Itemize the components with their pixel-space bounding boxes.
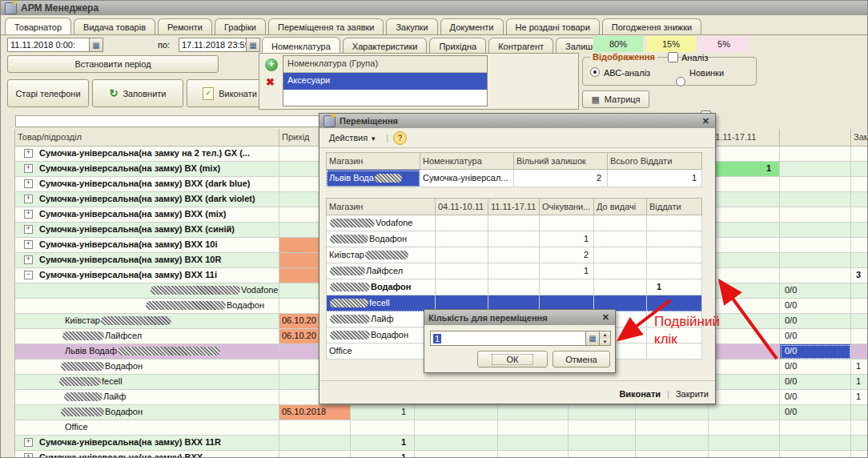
shops-header[interactable]: 11.11-17.11: [488, 198, 540, 215]
grid-cell-name[interactable]: fecell: [15, 375, 279, 390]
grid-cell-zam[interactable]: [851, 436, 868, 451]
shops-cell-dov[interactable]: [594, 263, 647, 279]
grid-cell-vid[interactable]: [780, 238, 851, 253]
grid-cell-zam[interactable]: [851, 253, 868, 268]
grid-cell-vid[interactable]: [780, 207, 851, 223]
grid-cell-week[interactable]: [709, 436, 780, 451]
actions-menu[interactable]: Действия ▼: [324, 131, 381, 144]
shops-cell-vid[interactable]: [647, 247, 702, 263]
grid-cell-zam[interactable]: [851, 405, 868, 420]
grid-cell-prihid[interactable]: [279, 436, 351, 451]
movement-execute-button[interactable]: Виконати: [619, 389, 661, 399]
shops-cell-vid[interactable]: [647, 263, 702, 279]
shops-cell-shop[interactable]: Office: [326, 344, 436, 360]
shops-cell-ochik[interactable]: 2: [540, 247, 594, 263]
column-header-name[interactable]: Товар/підрозділ: [15, 129, 279, 147]
grid-cell-vid[interactable]: [780, 253, 851, 268]
summary-header[interactable]: Всього Віддати: [608, 152, 702, 170]
grid-cell-c4[interactable]: [498, 405, 569, 420]
grid-cell-vid[interactable]: 0/0: [780, 344, 851, 360]
grid-cell-zam[interactable]: [851, 344, 868, 360]
grid-cell-week[interactable]: [709, 451, 780, 458]
grid-cell-c2[interactable]: 1: [351, 451, 415, 458]
column-header-zam[interactable]: Зам: [851, 129, 868, 147]
grid-cell-zam[interactable]: [851, 283, 868, 299]
grid-cell-week[interactable]: [709, 375, 780, 390]
grid-cell-name[interactable]: Водафон: [15, 360, 279, 375]
grid-cell-name[interactable]: Vodafone: [15, 283, 279, 299]
shops-cell-dov[interactable]: [594, 231, 647, 247]
shops-cell-ochik[interactable]: 1: [540, 263, 594, 279]
shops-cell-shop[interactable]: Vodafone: [326, 215, 436, 231]
grid-cell-week[interactable]: [709, 360, 780, 375]
grid-cell-name[interactable]: Київстар: [15, 314, 279, 329]
grid-cell-name[interactable]: +Сумочка-універсальна(на замку на 2 тел.…: [15, 147, 279, 162]
grid-cell-week[interactable]: 1: [709, 162, 780, 177]
grid-cell-c2[interactable]: 1: [351, 405, 415, 420]
collapse-icon[interactable]: −: [24, 271, 33, 279]
grid-cell-c3[interactable]: [415, 405, 498, 420]
shops-cell-p1[interactable]: [436, 279, 488, 295]
expand-icon[interactable]: +: [24, 179, 33, 188]
grid-cell-prihid[interactable]: [279, 451, 351, 458]
grid-cell-vid[interactable]: 0/0: [780, 390, 851, 405]
grid-cell-vid[interactable]: 0/0: [780, 405, 851, 420]
expand-icon[interactable]: +: [24, 225, 33, 234]
grid-cell-c3[interactable]: [415, 436, 498, 451]
grid-cell-name[interactable]: Водафон: [15, 405, 279, 420]
grid-cell-name[interactable]: Office: [15, 420, 279, 436]
grid-cell-c6[interactable]: [636, 451, 709, 458]
grid-cell-vid[interactable]: [780, 223, 851, 238]
grid-cell-zam[interactable]: [851, 238, 868, 253]
cancel-button[interactable]: Отмена: [553, 351, 610, 368]
grid-cell-c2[interactable]: 1: [351, 436, 415, 451]
grid-cell-name[interactable]: Лайфсел: [15, 329, 279, 344]
grid-cell-zam[interactable]: [851, 451, 868, 458]
expand-icon[interactable]: +: [24, 195, 33, 203]
grid-cell-vid[interactable]: [780, 420, 851, 436]
shops-cell-shop[interactable]: Водафон: [326, 279, 436, 295]
grid-cell-name[interactable]: Львів Водаф: [15, 344, 279, 360]
shops-cell-p1[interactable]: [436, 231, 488, 247]
grid-cell-name[interactable]: +Сумочка-універсальна(на замку) BX (mix): [15, 162, 279, 177]
grid-cell-vid[interactable]: [780, 177, 851, 192]
grid-cell-week[interactable]: [709, 177, 780, 192]
shops-cell-p1[interactable]: [436, 263, 488, 279]
grid-cell-c5[interactable]: [569, 436, 636, 451]
grid-cell-week[interactable]: [709, 268, 780, 283]
grid-cell-c5[interactable]: [569, 451, 636, 458]
grid-cell-c6[interactable]: [636, 436, 709, 451]
grid-cell-c6[interactable]: [636, 405, 709, 420]
grid-cell-zam[interactable]: [851, 299, 868, 314]
grid-cell-name[interactable]: +Сумочка-універсальна(на замку) BXX ...: [15, 451, 279, 458]
expand-icon[interactable]: +: [24, 164, 33, 173]
shops-cell-vid[interactable]: [647, 215, 702, 231]
movement-dialog-titlebar[interactable]: Переміщення ✕: [319, 114, 715, 128]
shops-cell-ochik[interactable]: [540, 279, 594, 295]
movement-close-button[interactable]: Закрити: [676, 389, 709, 399]
quantity-stepper[interactable]: ▲▼: [599, 331, 610, 345]
column-header-vid[interactable]: [780, 129, 851, 147]
grid-cell-vid[interactable]: 0/0: [780, 283, 851, 299]
grid-cell-zam[interactable]: [851, 162, 868, 177]
expand-icon[interactable]: +: [24, 453, 33, 458]
grid-cell-prihid[interactable]: 05.10.2018: [279, 405, 351, 420]
shops-header[interactable]: Віддати: [647, 198, 702, 215]
summary-cell-shop[interactable]: Львів Вода: [326, 170, 420, 187]
grid-cell-vid[interactable]: 0/0: [780, 299, 851, 314]
shops-cell-shop[interactable]: Лайфсел: [326, 263, 436, 279]
grid-cell-week[interactable]: [709, 390, 780, 405]
summary-cell-nomen[interactable]: Сумочка-універсал...: [420, 170, 514, 187]
grid-cell-name[interactable]: +Сумочка-універсальна(на замку) BXX 10R: [15, 253, 279, 268]
shops-cell-dov[interactable]: [594, 247, 647, 263]
shops-cell-p2[interactable]: [488, 263, 540, 279]
expand-icon[interactable]: +: [24, 149, 33, 158]
grid-cell-c2[interactable]: [351, 420, 415, 436]
grid-cell-vid[interactable]: [780, 268, 851, 283]
shops-cell-ochik[interactable]: 1: [540, 231, 594, 247]
expand-icon[interactable]: +: [24, 438, 33, 447]
shops-cell-shop[interactable]: fecell: [326, 295, 436, 311]
close-icon[interactable]: ✕: [601, 312, 611, 323]
grid-cell-zam[interactable]: 1: [851, 360, 868, 375]
grid-cell-vid[interactable]: 0/0: [780, 329, 851, 344]
